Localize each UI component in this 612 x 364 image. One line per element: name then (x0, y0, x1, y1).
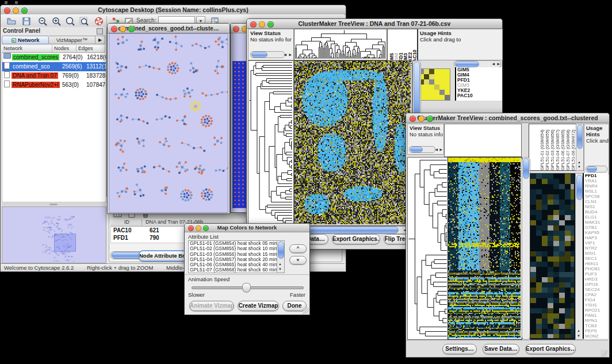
close-button[interactable] (4, 7, 10, 14)
tv1-status-scrollbar[interactable] (250, 51, 285, 58)
tab-network[interactable]: ◱ Network (2, 36, 49, 44)
gene-label[interactable]: SPC98 (585, 194, 608, 199)
network-list-row[interactable]: DNA and Tran 07 769(0) 183728(0) (2, 71, 106, 81)
gene-label[interactable]: HMG1 (585, 261, 608, 266)
gene-label[interactable]: PHO81 (585, 266, 608, 271)
col-edges[interactable]: Edges (76, 45, 105, 53)
attribute-list-scrollbar[interactable]: ▲▼ (277, 241, 284, 273)
zoom-out-icon[interactable] (37, 16, 48, 26)
gene-label[interactable]: GIM4 (457, 72, 502, 78)
gene-label[interactable]: CPA2 (585, 292, 608, 297)
gene-label[interactable]: GIM3 (457, 83, 502, 88)
gene-label[interactable]: MON2 (585, 334, 608, 339)
minimize-button[interactable] (196, 225, 201, 231)
gene-label[interactable]: HAP3 (585, 235, 608, 240)
close-button[interactable] (250, 21, 257, 28)
tab-overflow-arrow[interactable]: ▶ (95, 36, 105, 44)
tv1-zoom-matrix[interactable] (418, 68, 450, 101)
gene-label[interactable]: TCB3 (585, 323, 608, 328)
gene-label[interactable]: GIM5 (457, 67, 502, 72)
gene-label[interactable]: SEC1 (585, 256, 608, 261)
tv1-gene-dendrogram[interactable] (248, 60, 294, 226)
tv2-settings-button[interactable]: Settings… (442, 344, 477, 354)
gene-label[interactable]: NTR2 (585, 246, 608, 251)
column-label[interactable]: PAC10 (412, 29, 416, 65)
move-up-button[interactable]: ^ (289, 244, 307, 253)
tab-vizmapper[interactable]: VizMapper™ (49, 36, 95, 44)
gene-label[interactable]: RNR4 (585, 183, 608, 189)
tv2-usage-scrollbar[interactable] (586, 166, 607, 173)
tv1-heatmap[interactable] (294, 60, 412, 226)
animation-speed-slider-thumb[interactable] (242, 283, 251, 293)
column-label[interactable]: YKE2 (407, 29, 412, 65)
gene-label[interactable]: PAC10 (457, 93, 502, 98)
tv2-zoom-heatmap[interactable] (530, 173, 576, 340)
gene-label[interactable]: SEC24 (585, 287, 608, 292)
open-folder-icon[interactable] (6, 16, 17, 26)
gene-label[interactable]: GPI16 (585, 282, 608, 287)
resize-grip[interactable] (302, 307, 309, 314)
column-label[interactable]: GPL51-04 (GSM857) (555, 124, 560, 170)
gene-label[interactable]: ELG1 (585, 214, 608, 220)
scroll-left-arrow[interactable]: ◀ (435, 147, 438, 152)
column-label[interactable]: GIM4 (393, 29, 398, 65)
minimize-button[interactable] (418, 116, 424, 122)
main-titlebar[interactable]: Cytoscape Desktop (Session Name: collins… (1, 5, 346, 15)
gene-label[interactable]: FIG4 (585, 297, 608, 302)
gene-label[interactable]: PUF3 (585, 271, 608, 277)
help-lifesaver-icon[interactable] (94, 16, 104, 26)
network-list-row[interactable]: combined_scores 2764(0) 16218(0) (2, 53, 106, 62)
zoom-button[interactable] (267, 21, 274, 28)
column-label[interactable]: GIM3 (403, 29, 407, 65)
create-vizmap-button[interactable]: Create Vizmap (238, 301, 279, 311)
scroll-right-arrow[interactable]: ▶ (289, 52, 292, 58)
float-panel-icon[interactable] (97, 28, 103, 35)
column-label[interactable]: GPL51-07 (GSM868) (565, 124, 571, 170)
gene-label[interactable]: YKE2 (457, 88, 502, 93)
panel-splitter[interactable] (2, 203, 105, 206)
gene-label[interactable]: VIP1 (585, 240, 608, 246)
zoom-button[interactable] (203, 225, 209, 231)
column-label[interactable]: GPL51-06 (GSM865) (560, 124, 565, 170)
treeview1-titlebar[interactable]: ClusterMaker TreeView : DNA and Tran 07-… (247, 19, 502, 29)
scroll-left-arrow[interactable]: ◀ (284, 52, 286, 58)
column-label[interactable]: GIM5 (389, 29, 393, 65)
gene-label[interactable]: MAK31 (585, 220, 608, 225)
animate-vizmap-button[interactable]: Animate Vizmap (189, 301, 234, 311)
tv1-hscrollbar[interactable]: ◀▶ (294, 226, 412, 234)
zoom-fit-icon[interactable] (79, 16, 89, 26)
network-list-row[interactable]: RNAPuberNov2+I 563(0) 107847(0) (2, 81, 106, 90)
network-list-row[interactable]: combined_sco 2569(6) 13112(15) (2, 62, 106, 71)
column-label[interactable]: GPL51-03 (GSM856) (550, 124, 555, 170)
tv2-gene-dendrogram[interactable] (407, 157, 449, 340)
column-label[interactable]: PFD1 (398, 29, 403, 65)
column-label[interactable]: GPL51-02 (GSM855) (545, 124, 550, 170)
tv2-column-dendrogram[interactable] (444, 124, 522, 157)
tv2-export-graphics-button[interactable]: Export Graphics… (525, 344, 576, 354)
treeview2-titlebar[interactable]: ClusterMaker TreeView : combined_scores_… (406, 113, 609, 123)
network1-canvas[interactable] (109, 33, 228, 213)
gene-label[interactable]: RPO21 (585, 308, 608, 313)
tv1-column-dendrogram[interactable] (294, 29, 387, 60)
tv2-status-scrollbar[interactable] (409, 146, 435, 153)
tv2-save-data-button[interactable]: Save Data… (483, 344, 519, 354)
gene-label[interactable]: CLN1 (585, 199, 608, 204)
gene-label[interactable]: GTB1 (585, 225, 608, 230)
gene-label[interactable]: YRA1 (585, 178, 608, 183)
close-button[interactable] (233, 26, 239, 32)
col-network[interactable]: Network (2, 45, 52, 53)
gene-label[interactable]: YSH1 (585, 302, 608, 308)
data-col-id[interactable]: ID (110, 219, 142, 227)
zoom-selected-icon[interactable] (65, 16, 75, 26)
minimize-button[interactable] (120, 26, 126, 32)
gene-label[interactable]: MSL1 (585, 189, 608, 194)
gene-label[interactable]: MSI1 (585, 251, 608, 256)
network1-titlebar[interactable]: combined_scores_good.txt--cluste… (108, 24, 230, 33)
minimize-button[interactable] (259, 21, 265, 28)
resize-grip[interactable] (600, 350, 607, 357)
gene-label[interactable]: PEP5 (585, 328, 608, 334)
gene-label[interactable]: PAN1 (585, 313, 608, 318)
gene-label[interactable]: BUD4 (585, 209, 608, 214)
close-button[interactable] (111, 26, 117, 32)
gene-label[interactable]: KAP95 (585, 230, 608, 235)
